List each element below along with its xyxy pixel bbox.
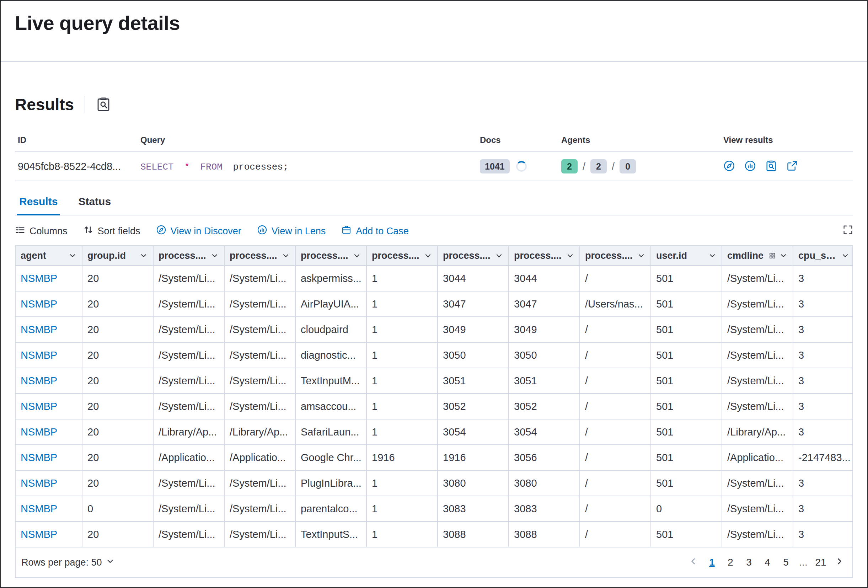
- chevron-down-icon[interactable]: [353, 251, 361, 260]
- rows-per-page-button[interactable]: Rows per page: 50: [19, 556, 117, 569]
- column-label: process....: [230, 250, 279, 261]
- agent-link[interactable]: NSMBP: [16, 394, 83, 420]
- agent-link[interactable]: NSMBP: [16, 471, 83, 496]
- grid-header-cell[interactable]: process....: [296, 246, 367, 266]
- lens-icon: [257, 225, 267, 238]
- summary-header-docs: Docs: [480, 135, 561, 145]
- grid-header-cell[interactable]: process....: [509, 246, 580, 266]
- grid-cell: 3050: [509, 343, 580, 368]
- grid-header-cell[interactable]: cpu_sub...: [793, 246, 853, 266]
- table-row: NSMBP20/System/Li.../System/Li...cloudpa…: [16, 317, 852, 343]
- agent-link[interactable]: NSMBP: [16, 266, 83, 291]
- grid-cell: /System/Li...: [154, 394, 224, 420]
- agent-link[interactable]: NSMBP: [16, 343, 83, 368]
- grid-cell: 1: [367, 291, 438, 317]
- chevron-down-icon[interactable]: [210, 251, 219, 260]
- agent-link[interactable]: NSMBP: [16, 368, 83, 394]
- grid-header-cell[interactable]: process....: [367, 246, 438, 266]
- grid-header-cell[interactable]: user.id: [651, 246, 722, 266]
- summary-header-query: Query: [140, 135, 480, 145]
- agent-link[interactable]: NSMBP: [16, 291, 83, 317]
- agent-link[interactable]: NSMBP: [16, 445, 83, 471]
- grid-cell: diagnostic...: [296, 343, 367, 368]
- grid-cell: 3: [793, 496, 853, 522]
- view-in-lens-link[interactable]: View in Lens: [257, 225, 326, 238]
- open-results-button[interactable]: [786, 160, 798, 173]
- grid-cell: 3050: [438, 343, 509, 368]
- agent-link[interactable]: NSMBP: [16, 496, 83, 522]
- inspect-icon: [765, 160, 777, 173]
- open-in-new-icon: [786, 160, 798, 173]
- table-row: NSMBP20/System/Li.../System/Li...diagnos…: [16, 343, 852, 368]
- add-to-case-link[interactable]: Add to Case: [341, 225, 409, 238]
- grid-cell: /Applicatio...: [722, 445, 793, 471]
- table-row: NSMBP20/System/Li.../System/Li...amsacco…: [16, 394, 852, 420]
- grid-cell: /System/Li...: [722, 471, 793, 496]
- grid-cell: 1: [367, 317, 438, 343]
- chevron-down-icon[interactable]: [282, 251, 290, 260]
- view-in-discover-button[interactable]: [723, 160, 735, 173]
- grid-cell: amsaccou...: [296, 394, 367, 420]
- agent-link[interactable]: NSMBP: [16, 317, 83, 343]
- grid-header-cell[interactable]: process....: [224, 246, 296, 266]
- agent-link[interactable]: NSMBP: [16, 522, 83, 548]
- chevron-down-icon[interactable]: [424, 251, 432, 260]
- pagination-page[interactable]: 3: [741, 554, 757, 570]
- chevron-down-icon[interactable]: [68, 251, 77, 260]
- table-row: NSMBP20/System/Li.../System/Li...PlugInL…: [16, 471, 852, 496]
- grid-cell: 0: [651, 496, 722, 522]
- pagination-page[interactable]: 5: [778, 554, 794, 570]
- tab-status[interactable]: Status: [76, 190, 113, 216]
- grid-cell: /Library/Ap...: [722, 420, 793, 445]
- grid-cell: 3047: [438, 291, 509, 317]
- grid-header-cell[interactable]: agent: [16, 246, 83, 266]
- chevron-down-icon[interactable]: [566, 251, 574, 260]
- results-data-grid: agentgroup.idprocess....process....proce…: [15, 245, 853, 578]
- tab-results[interactable]: Results: [17, 190, 60, 216]
- grid-header-cell[interactable]: cmdline: [722, 246, 793, 266]
- grid-header-cell[interactable]: group.id: [83, 246, 154, 266]
- grid-cell: /System/Li...: [722, 266, 793, 291]
- pagination-page[interactable]: 2: [722, 554, 739, 570]
- add-to-case-label: Add to Case: [356, 226, 409, 237]
- grid-header-cell[interactable]: process....: [438, 246, 509, 266]
- chevron-down-icon[interactable]: [495, 251, 503, 260]
- tabs: Results Status: [15, 190, 853, 216]
- column-label: process....: [443, 250, 492, 261]
- fullscreen-button[interactable]: [843, 225, 853, 238]
- chevron-down-icon[interactable]: [779, 251, 788, 260]
- chevron-down-icon[interactable]: [841, 251, 850, 260]
- column-label: cmdline: [727, 250, 766, 261]
- case-icon: [341, 225, 351, 238]
- columns-button[interactable]: Columns: [15, 225, 68, 238]
- grid-cell: /System/Li...: [224, 522, 296, 548]
- next-page-button[interactable]: [831, 554, 847, 570]
- view-details-button[interactable]: [765, 160, 777, 173]
- results-heading: Results: [15, 95, 74, 114]
- grid-cell: /System/Li...: [154, 522, 224, 548]
- grid-header-cell[interactable]: process....: [154, 246, 224, 266]
- pagination-page[interactable]: 4: [759, 554, 776, 570]
- inspect-button[interactable]: [96, 97, 111, 113]
- sort-fields-button[interactable]: Sort fields: [83, 225, 140, 238]
- chevron-down-icon[interactable]: [139, 251, 148, 260]
- previous-page-button[interactable]: [685, 554, 702, 570]
- chevron-down-icon[interactable]: [637, 251, 645, 260]
- grid-cell: 20: [83, 343, 154, 368]
- grid-cell: 3049: [438, 317, 509, 343]
- grid-header-cell[interactable]: process....: [580, 246, 651, 266]
- view-in-lens-button[interactable]: [744, 160, 756, 173]
- agents-total-badge: 2: [590, 159, 607, 173]
- loading-spinner: [516, 161, 527, 172]
- grid-cell: 3088: [509, 522, 580, 548]
- grid-cell: PlugInLibra...: [296, 471, 367, 496]
- agent-link[interactable]: NSMBP: [16, 420, 83, 445]
- grid-cell: 20: [83, 471, 154, 496]
- grid-cell: 3052: [509, 394, 580, 420]
- pagination-page[interactable]: 21: [813, 554, 829, 570]
- chevron-down-icon[interactable]: [708, 251, 717, 260]
- table-row: NSMBP0/System/Li.../System/Li...parental…: [16, 496, 852, 522]
- view-in-discover-link[interactable]: View in Discover: [156, 225, 241, 238]
- grid-cell: /: [580, 420, 651, 445]
- pagination-page[interactable]: 1: [704, 554, 720, 570]
